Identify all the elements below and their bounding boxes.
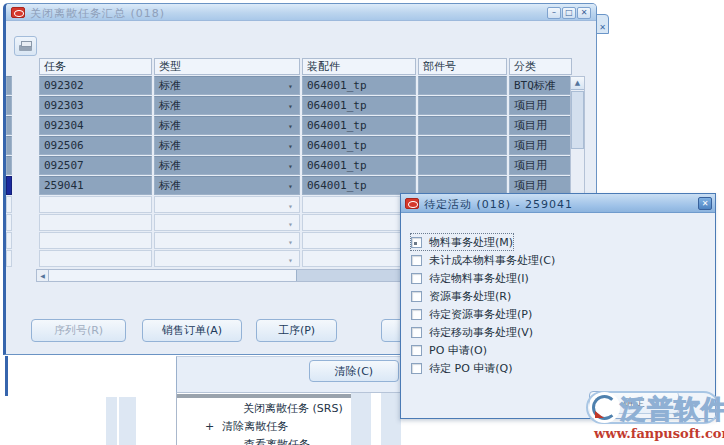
assembly-cell[interactable]: 064001_tp	[302, 116, 416, 135]
scroll-up-icon[interactable]: ▲	[571, 77, 584, 90]
record-selector[interactable]	[6, 136, 12, 155]
chevron-down-icon[interactable]: ▾	[284, 80, 297, 93]
task-cell[interactable]	[39, 196, 152, 213]
type-cell[interactable]: ▾	[154, 250, 300, 267]
checkbox-icon[interactable]	[411, 345, 422, 356]
assembly-cell[interactable]	[302, 232, 416, 249]
chevron-down-icon[interactable]: ▾	[284, 180, 297, 193]
dialog-titlebar[interactable]: 待定活动 (018) - 259041 ✕	[401, 194, 715, 213]
assembly-cell[interactable]	[302, 250, 416, 267]
close-icon[interactable]: ✕	[599, 23, 606, 32]
checkbox-icon[interactable]	[411, 273, 422, 284]
serial-number-button[interactable]: 序列号(R)	[31, 319, 126, 342]
record-selector[interactable]	[6, 196, 12, 213]
chevron-down-icon[interactable]: ▾	[284, 236, 297, 249]
option-resource-transactions[interactable]: 资源事务处理(R)	[411, 288, 511, 304]
task-cell[interactable]	[39, 250, 152, 267]
chevron-down-icon[interactable]: ▾	[284, 254, 297, 267]
task-cell[interactable]: 259041	[39, 176, 152, 195]
task-cell[interactable]: 092302	[39, 76, 152, 95]
option-pending-move-transactions[interactable]: 待定移动事务处理(V)	[411, 324, 533, 340]
type-cell[interactable]: ▾	[154, 232, 300, 249]
option-uncosted-material-transactions[interactable]: 未计成本物料事务处理(C)	[411, 252, 555, 268]
checkbox-icon[interactable]	[411, 327, 422, 338]
chevron-down-icon[interactable]: ▾	[284, 160, 297, 173]
category-cell[interactable]: 项目用	[509, 116, 572, 135]
part-cell[interactable]	[418, 116, 507, 135]
column-header-task[interactable]: 任务	[39, 58, 152, 75]
record-selector[interactable]	[6, 76, 12, 95]
chevron-down-icon[interactable]: ▾	[284, 100, 297, 113]
chevron-down-icon[interactable]: ▾	[284, 120, 297, 133]
category-cell[interactable]: 项目用	[509, 96, 572, 115]
checkbox-icon[interactable]	[411, 255, 422, 266]
part-cell[interactable]	[418, 76, 507, 95]
type-cell[interactable]: 标准▾	[154, 116, 300, 135]
checkbox-icon[interactable]	[411, 237, 422, 248]
category-cell[interactable]: 项目用	[509, 136, 572, 155]
chevron-down-icon[interactable]: ▾	[284, 200, 297, 213]
part-cell[interactable]	[418, 156, 507, 175]
assembly-cell[interactable]: 064001_tp	[302, 96, 416, 115]
tree-plus-icon[interactable]: +	[205, 420, 214, 433]
menu-item-view-discrete[interactable]: 查看离散任务	[244, 437, 310, 445]
clear-button[interactable]: 清除(C)	[309, 360, 399, 382]
assembly-cell[interactable]	[302, 196, 416, 213]
part-cell[interactable]	[418, 136, 507, 155]
checkbox-icon[interactable]	[411, 363, 422, 374]
option-pending-po-requisitions[interactable]: 待定 PO 申请(Q)	[411, 360, 513, 376]
option-pending-material-transactions[interactable]: 待定物料事务处理(I)	[411, 270, 529, 286]
category-cell[interactable]: 项目用	[509, 156, 572, 175]
record-selector[interactable]	[6, 116, 12, 135]
category-cell[interactable]: BTQ标准	[509, 76, 572, 95]
task-cell[interactable]: 092506	[39, 136, 152, 155]
column-header-assembly[interactable]: 装配件	[302, 58, 416, 75]
type-cell[interactable]: 标准▾	[154, 76, 300, 95]
scroll-left-icon[interactable]: ◀	[37, 270, 49, 281]
operation-button[interactable]: 工序(P)	[256, 319, 337, 342]
column-header-part-number[interactable]: 部件号	[418, 58, 507, 75]
type-cell[interactable]: 标准▾	[154, 136, 300, 155]
vertical-scroll-thumb[interactable]	[571, 91, 584, 149]
checkbox-icon[interactable]	[411, 309, 422, 320]
column-header-type[interactable]: 类型	[154, 58, 300, 75]
task-cell[interactable]	[39, 214, 152, 231]
type-cell[interactable]: 标准▾	[154, 156, 300, 175]
dialog-close-button[interactable]: ✕	[698, 197, 712, 210]
type-cell[interactable]: ▾	[154, 196, 300, 213]
type-cell[interactable]: 标准▾	[154, 96, 300, 115]
menu-item-close-discrete-srs[interactable]: 关闭离散任务 (SRS)	[243, 401, 343, 416]
record-selector-selected[interactable]	[6, 176, 12, 195]
task-cell[interactable]: 092304	[39, 116, 152, 135]
print-button[interactable]	[14, 36, 37, 56]
type-cell[interactable]: ▾	[154, 214, 300, 231]
assembly-cell[interactable]: 064001_tp	[302, 156, 416, 175]
record-selector[interactable]	[6, 156, 12, 175]
chevron-down-icon[interactable]: ▾	[284, 140, 297, 153]
option-pending-resource-transactions[interactable]: 待定资源事务处理(P)	[411, 306, 532, 322]
type-cell[interactable]: 标准▾	[154, 176, 300, 195]
option-po-requisitions[interactable]: PO 申请(O)	[411, 342, 487, 358]
task-cell[interactable]: 092507	[39, 156, 152, 175]
record-selector[interactable]	[6, 232, 12, 249]
checkbox-icon[interactable]	[411, 291, 422, 302]
task-cell[interactable]: 092303	[39, 96, 152, 115]
assembly-cell[interactable]	[302, 214, 416, 231]
maximize-button[interactable]: □	[562, 7, 576, 19]
sales-order-button[interactable]: 销售订单(A)	[142, 319, 242, 342]
menu-item-purge-discrete[interactable]: +清除离散任务	[205, 419, 288, 434]
minimize-button[interactable]: –	[547, 7, 561, 19]
assembly-cell[interactable]: 064001_tp	[302, 136, 416, 155]
part-cell[interactable]	[418, 96, 507, 115]
record-selector[interactable]	[6, 96, 12, 115]
chevron-down-icon[interactable]: ▾	[284, 218, 297, 231]
task-cell[interactable]	[39, 232, 152, 249]
assembly-cell[interactable]: 064001_tp	[302, 176, 416, 195]
option-material-transactions[interactable]: 物料事务处理(M)	[411, 234, 513, 250]
close-button[interactable]: ✕	[577, 7, 591, 19]
horizontal-scroll-thumb[interactable]	[49, 270, 297, 281]
record-selector[interactable]	[6, 214, 12, 231]
column-header-category[interactable]: 分类	[509, 58, 572, 75]
assembly-cell[interactable]: 064001_tp	[302, 76, 416, 95]
record-selector[interactable]	[6, 250, 12, 267]
